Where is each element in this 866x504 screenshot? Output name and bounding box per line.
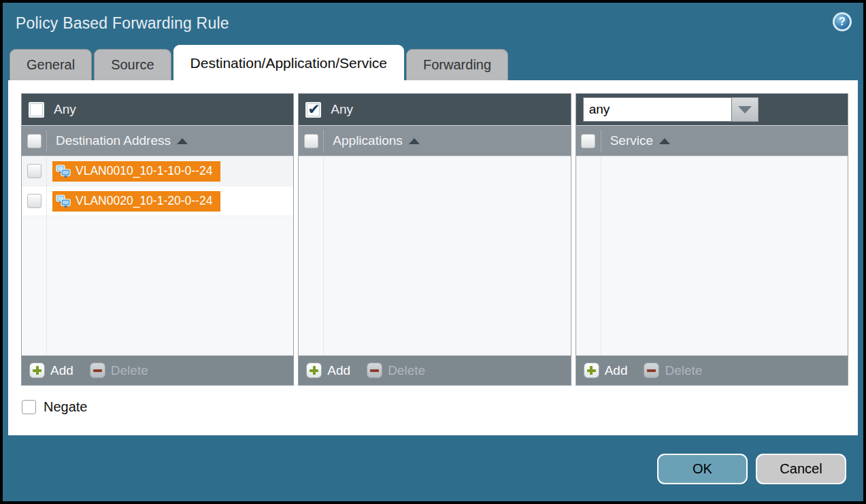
service-column-header[interactable]: Service xyxy=(610,133,670,148)
row-checkbox[interactable] xyxy=(27,194,41,208)
delete-icon xyxy=(644,363,659,378)
applications-any-label: Any xyxy=(331,102,353,117)
header-divider xyxy=(601,130,601,152)
list-divider xyxy=(601,156,601,355)
destination-address-list: VLAN0010_10-1-10-0--24 xyxy=(22,156,293,355)
tab-general[interactable]: General xyxy=(10,49,92,80)
ok-button[interactable]: OK xyxy=(657,454,748,484)
destination-address-column-header[interactable]: Destination Address xyxy=(56,133,188,148)
destination-select-all-checkbox[interactable] xyxy=(27,134,41,148)
service-dropdown-bar: any xyxy=(576,94,848,125)
network-address-icon xyxy=(56,195,71,208)
delete-icon xyxy=(367,363,382,378)
add-address-button[interactable]: Add xyxy=(29,363,73,378)
chevron-down-icon xyxy=(738,106,752,114)
service-dropdown-button[interactable] xyxy=(732,97,759,122)
row-checkbox[interactable] xyxy=(27,164,41,178)
destination-address-header: Destination Address xyxy=(22,125,293,156)
sort-ascending-icon xyxy=(659,138,670,144)
columns-container: Any Destination Address xyxy=(21,93,848,386)
applications-any-bar: Any xyxy=(299,94,570,125)
negate-row: Negate xyxy=(22,399,848,415)
applications-any-checkbox[interactable] xyxy=(305,102,321,118)
address-item-label: VLAN0010_10-1-10-0--24 xyxy=(76,164,212,178)
add-icon xyxy=(29,363,45,378)
cancel-button[interactable]: Cancel xyxy=(756,454,846,484)
delete-icon xyxy=(90,363,105,378)
tab-content: Any Destination Address xyxy=(8,80,858,435)
dialog-footer: OK Cancel xyxy=(3,435,863,501)
applications-toolbar: Add Delete xyxy=(299,355,570,385)
list-divider xyxy=(323,156,324,355)
delete-service-button[interactable]: Delete xyxy=(644,363,702,378)
address-item-vlan0010[interactable]: VLAN0010_10-1-10-0--24 xyxy=(52,161,220,182)
applications-header: Applications xyxy=(299,125,570,156)
add-icon xyxy=(306,363,322,378)
table-row: VLAN0020_10-1-20-0--24 xyxy=(22,186,293,216)
add-icon xyxy=(584,363,599,378)
service-dropdown-value[interactable]: any xyxy=(583,97,732,122)
applications-column-header[interactable]: Applications xyxy=(333,133,419,148)
tab-bar: General Source Destination/Application/S… xyxy=(3,45,863,80)
address-item-vlan0020[interactable]: VLAN0020_10-1-20-0--24 xyxy=(52,191,220,212)
sort-ascending-icon xyxy=(409,138,420,144)
negate-checkbox[interactable] xyxy=(22,400,36,414)
service-toolbar: Add Delete xyxy=(576,355,848,385)
dialog-title: Policy Based Forwarding Rule xyxy=(16,14,229,33)
destination-address-toolbar: Add Delete xyxy=(22,355,293,385)
destination-any-checkbox[interactable] xyxy=(29,102,44,118)
applications-panel: Any Applications xyxy=(298,93,571,386)
service-dropdown: any xyxy=(583,97,759,122)
service-header: Service xyxy=(576,125,848,156)
applications-select-all-checkbox[interactable] xyxy=(304,134,318,148)
table-row: VLAN0010_10-1-10-0--24 xyxy=(22,156,293,186)
help-icon[interactable]: ? xyxy=(833,12,852,31)
header-divider xyxy=(323,130,324,152)
delete-application-button[interactable]: Delete xyxy=(367,363,425,378)
policy-based-forwarding-dialog: Policy Based Forwarding Rule ? General S… xyxy=(3,3,863,501)
delete-address-button[interactable]: Delete xyxy=(90,363,148,378)
service-panel: any Service xyxy=(576,93,848,386)
tab-forwarding[interactable]: Forwarding xyxy=(406,49,508,80)
service-select-all-checkbox[interactable] xyxy=(581,134,595,148)
address-item-label: VLAN0020_10-1-20-0--24 xyxy=(76,194,212,208)
destination-any-label: Any xyxy=(54,102,76,117)
destination-address-panel: Any Destination Address xyxy=(21,93,294,386)
header-divider xyxy=(46,130,47,152)
destination-any-bar: Any xyxy=(22,94,293,125)
add-application-button[interactable]: Add xyxy=(306,363,350,378)
negate-label: Negate xyxy=(44,399,88,415)
title-bar: Policy Based Forwarding Rule ? xyxy=(3,3,863,45)
tab-destination-application-service[interactable]: Destination/Application/Service xyxy=(173,45,405,80)
applications-list xyxy=(299,156,570,355)
service-list xyxy=(576,156,848,355)
tab-source[interactable]: Source xyxy=(94,49,171,80)
sort-ascending-icon xyxy=(177,138,188,144)
network-address-icon xyxy=(56,165,71,178)
add-service-button[interactable]: Add xyxy=(584,363,628,378)
list-divider xyxy=(46,156,47,355)
